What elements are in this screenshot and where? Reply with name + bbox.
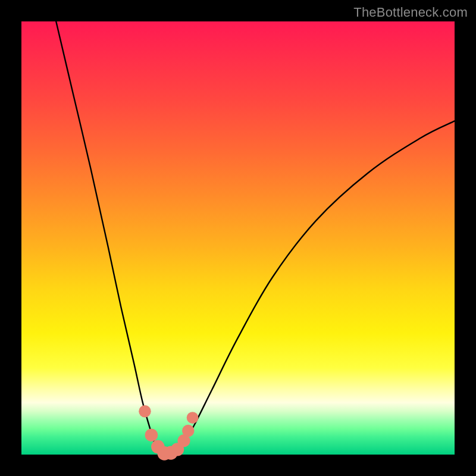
plot-area [21, 21, 455, 455]
highlight-marker [182, 425, 195, 437]
highlight-markers [139, 405, 198, 461]
curve-svg [21, 21, 455, 455]
highlight-marker [139, 405, 151, 418]
highlight-marker [145, 428, 158, 441]
highlight-marker [187, 412, 199, 424]
watermark-text: TheBottleneck.com [353, 5, 468, 20]
bottleneck-curve-path [56, 21, 455, 455]
chart-frame: TheBottleneck.com [0, 0, 476, 476]
